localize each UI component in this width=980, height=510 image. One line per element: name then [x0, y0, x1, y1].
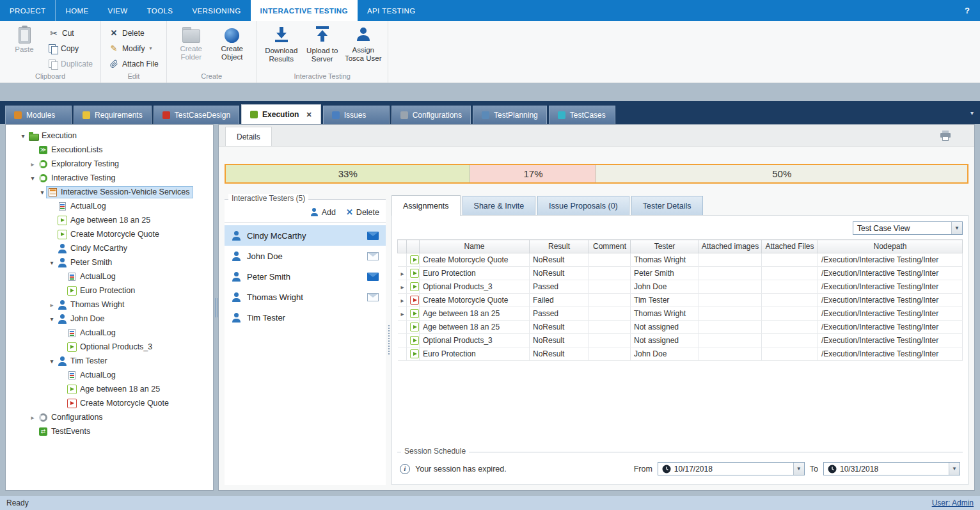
tree-item[interactable]: Create Motorcycle Quote	[6, 227, 213, 241]
tree-item[interactable]: Exploratory Testing	[6, 157, 213, 171]
create-object-button[interactable]: Create Object	[213, 24, 251, 65]
row-expander-icon[interactable]	[401, 269, 404, 278]
row-expander-icon[interactable]	[401, 296, 404, 305]
modify-dropdown-caret[interactable]: ▾	[149, 45, 152, 51]
close-tab-icon[interactable]: ✕	[306, 111, 312, 119]
tree-expander-icon[interactable]	[47, 301, 56, 308]
cut-button[interactable]: ✂ Cut	[46, 26, 95, 40]
paste-button[interactable]: Paste	[5, 24, 43, 65]
assignment-row[interactable]: Create Motorcycle Quote Failed Tim Teste…	[398, 294, 963, 307]
duplicate-button[interactable]: Duplicate	[46, 57, 95, 70]
menu-tab[interactable]: PROJECT	[0, 0, 56, 21]
workspace-tab[interactable]: Modules	[5, 106, 72, 124]
assignment-tab[interactable]: Assignments	[391, 195, 461, 216]
tester-row[interactable]: Cindy McCarthy	[225, 225, 386, 246]
tree-item[interactable]: Configurations	[6, 410, 213, 424]
modify-button[interactable]: ✎ Modify ▾	[106, 42, 161, 55]
tree-item[interactable]: John Doe	[6, 312, 213, 326]
testers-splitter[interactable]	[386, 194, 391, 485]
delete-tester-button[interactable]: ✕ Delete	[346, 207, 379, 217]
tree-item[interactable]: ActualLog	[6, 269, 213, 283]
upload-to-server-button[interactable]: Upload to Server	[303, 24, 342, 65]
tester-row[interactable]: Tim Tester	[225, 307, 386, 328]
workspace-tab[interactable]: Configurations	[391, 106, 471, 124]
attach-file-button[interactable]: Attach File	[106, 57, 161, 70]
tree-expander-icon[interactable]	[28, 414, 37, 421]
assignment-row[interactable]: Optional Products_3 Passed John Doe /Exe…	[398, 280, 963, 294]
menu-tab[interactable]: TOOLS	[138, 0, 183, 21]
column-header-attached-files[interactable]: Attached Files	[762, 240, 818, 253]
add-tester-button[interactable]: Add	[310, 208, 336, 217]
tree-item[interactable]: ActualLog	[6, 199, 213, 213]
tree-expander-icon[interactable]	[47, 315, 56, 323]
download-results-button[interactable]: Download Results	[262, 24, 301, 65]
dropdown-arrow-icon[interactable]: ▼	[951, 222, 962, 234]
row-expander-icon[interactable]	[401, 309, 404, 318]
tree-item[interactable]: Peter Smith	[6, 255, 213, 269]
to-date-picker[interactable]: 10/31/2018 ▼	[823, 462, 960, 475]
tree-expander-icon[interactable]	[47, 259, 56, 266]
menu-tab[interactable]: INTERACTIVE TESTING	[251, 0, 358, 21]
assignment-row[interactable]: Euro Protection NoResult John Doe /Execu…	[398, 347, 963, 361]
assignment-row[interactable]: Euro Protection NoResult Peter Smith /Ex…	[398, 267, 963, 280]
workspace-tab[interactable]: Execution ✕	[241, 104, 321, 124]
help-button[interactable]: ?	[954, 0, 980, 21]
tree-item[interactable]: Tim Tester	[6, 354, 213, 368]
column-header-comment[interactable]: Comment	[589, 240, 631, 253]
tree-item[interactable]: Euro Protection	[6, 283, 213, 298]
tree-item[interactable]: Thomas Wright	[6, 298, 213, 312]
tree-item[interactable]: Interactive Session-Vehicle Services	[6, 185, 213, 199]
create-folder-button[interactable]: Create Folder	[172, 24, 210, 65]
tester-row[interactable]: John Doe	[225, 246, 386, 266]
column-header-nodepath[interactable]: Nodepath	[818, 240, 963, 253]
envelope-icon[interactable]	[367, 293, 379, 301]
envelope-icon[interactable]	[367, 232, 379, 240]
assignment-tab[interactable]: Tester Details	[631, 196, 703, 215]
tree-expander-icon[interactable]	[47, 358, 56, 365]
assignment-row[interactable]: Create Motorcycle Quote NoResult Thomas …	[398, 253, 963, 267]
tree-item[interactable]: ExecutionLists	[6, 143, 213, 157]
tree-item[interactable]: Interactive Testing	[6, 171, 213, 185]
tree-item[interactable]: ActualLog	[6, 368, 213, 382]
from-date-picker[interactable]: 10/17/2018 ▼	[658, 462, 805, 475]
details-tab[interactable]: Details	[225, 127, 272, 146]
workspace-tab[interactable]: TestPlanning	[473, 106, 547, 124]
envelope-icon[interactable]	[367, 273, 379, 281]
tree-item[interactable]: Age between 18 an 25	[6, 213, 213, 227]
column-header-name[interactable]: Name	[420, 240, 530, 253]
workspace-tab[interactable]: Requirements	[74, 106, 152, 124]
assignment-row[interactable]: Optional Products_3 NoResult Not assigne…	[398, 334, 963, 347]
tree-item[interactable]: Execution	[6, 129, 213, 143]
tree-expander-icon[interactable]	[28, 161, 37, 168]
menu-tab[interactable]: HOME	[56, 0, 98, 21]
menu-tab[interactable]: API TESTING	[358, 0, 425, 21]
tree-expander-icon[interactable]	[28, 175, 37, 182]
delete-button[interactable]: ✕ Delete	[106, 26, 161, 40]
tree-item[interactable]: Optional Products_3	[6, 340, 213, 354]
tree-expander-icon[interactable]	[19, 132, 28, 139]
copy-button[interactable]: Copy	[46, 42, 95, 55]
column-header-attached-images[interactable]: Attached images	[699, 240, 762, 253]
menu-tab[interactable]: VERSIONING	[182, 0, 250, 21]
envelope-icon[interactable]	[367, 252, 379, 260]
to-dropdown-arrow-icon[interactable]: ▼	[949, 463, 960, 475]
assignment-tab[interactable]: Issue Proposals (0)	[537, 196, 629, 215]
menu-tab[interactable]: VIEW	[99, 0, 138, 21]
tree-splitter[interactable]	[214, 124, 218, 491]
tab-overflow-chevron-icon[interactable]: ▾	[970, 109, 974, 116]
tester-row[interactable]: Thomas Wright	[225, 287, 386, 307]
from-dropdown-arrow-icon[interactable]: ▼	[793, 463, 804, 475]
workspace-tab[interactable]: TestCaseDesign	[154, 106, 239, 124]
column-header-result[interactable]: Result	[530, 240, 589, 253]
assign-tosca-user-button[interactable]: Assign Tosca User	[344, 24, 383, 65]
print-icon[interactable]	[940, 131, 951, 141]
row-expander-icon[interactable]	[401, 282, 404, 291]
tree-item[interactable]: Age between 18 an 25	[6, 382, 213, 396]
assignment-row[interactable]: Age between 18 an 25 NoResult Not assign…	[398, 321, 963, 334]
tree-expander-icon[interactable]	[38, 189, 47, 196]
assignment-tab[interactable]: Share & Invite	[462, 196, 536, 215]
workspace-tab[interactable]: Issues	[323, 106, 390, 124]
user-admin-link[interactable]: User: Admin	[932, 498, 974, 507]
assignment-row[interactable]: Age between 18 an 25 Passed Thomas Wrigh…	[398, 307, 963, 321]
tester-row[interactable]: Peter Smith	[225, 266, 386, 287]
